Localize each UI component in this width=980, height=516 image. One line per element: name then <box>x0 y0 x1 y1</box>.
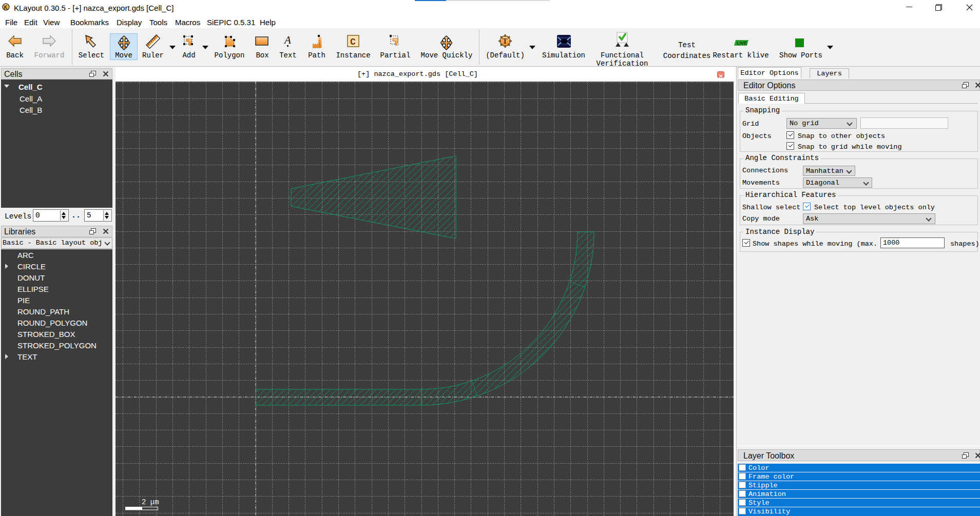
svg-text:LIVE: LIVE <box>737 41 747 46</box>
svg-text:C: C <box>350 37 356 47</box>
svg-text:T: T <box>503 37 508 45</box>
svg-text:A: A <box>283 34 291 46</box>
svg-text:2 μm: 2 μm <box>142 498 159 506</box>
